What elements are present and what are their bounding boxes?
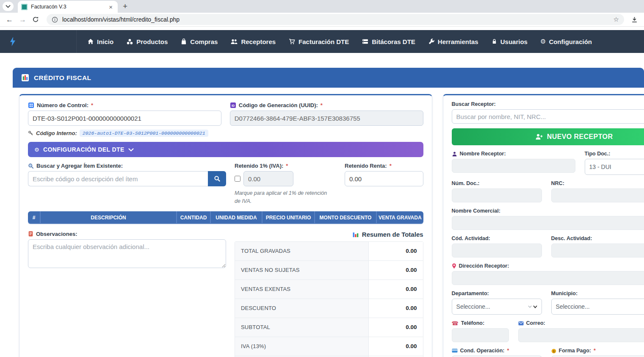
col-venta-gravada: VENTA GRAVADA xyxy=(377,211,423,224)
dte-card: Número de Control: * ID Código de Genera… xyxy=(19,94,432,357)
cond-operacion-field: Cond. Operación: * 1 - Contado xyxy=(452,348,542,357)
nuevo-receptor-button[interactable]: NUEVO RECEPTOR xyxy=(452,128,644,145)
nav-item-productos[interactable]: Productos xyxy=(126,38,168,45)
nav-item-compras[interactable]: Compras xyxy=(180,38,218,45)
gear-icon: ⚙ xyxy=(34,147,39,152)
nav-item-receptores[interactable]: Receptores xyxy=(230,38,276,45)
tab-search-button[interactable] xyxy=(3,2,14,11)
list-icon xyxy=(362,38,369,45)
config-dte-title: CONFIGURACIÓN DEL DTE xyxy=(43,146,124,153)
codigo-interno-value: 2026-auto1-DTE-03-S012P001-0000000000000… xyxy=(80,130,208,137)
direccion-field: Dirección Receptor: xyxy=(452,263,644,285)
retenido-renta-input[interactable] xyxy=(345,171,423,186)
browser-tab[interactable]: Facturacón V.3 × xyxy=(18,1,118,13)
chevron-down-icon xyxy=(533,305,537,308)
browser-tab-strip: Facturacón V.3 × + xyxy=(0,0,644,13)
nav-item-usuarios[interactable]: Usuarios xyxy=(491,38,528,45)
invoice-chart-icon xyxy=(21,74,29,82)
nav-item-herramientas[interactable]: Herramientas xyxy=(428,38,478,45)
address-bar[interactable]: localhost/domn/vistas/html/credito_fisca… xyxy=(47,14,624,25)
total-row: TOTAL GRAVADAS0.00 xyxy=(235,242,423,261)
reload-icon[interactable] xyxy=(32,16,39,23)
nombre-comercial-input[interactable] xyxy=(452,216,644,230)
buscar-receptor-input[interactable] xyxy=(452,109,644,124)
observaciones-textarea[interactable] xyxy=(28,239,226,268)
cart-icon xyxy=(288,38,296,45)
num-doc-input[interactable] xyxy=(452,188,542,202)
money-icon: $ xyxy=(551,348,556,354)
retenido-iva-label: Retenido 1% (IVA): xyxy=(235,163,283,169)
shopping-bag-icon xyxy=(180,38,187,45)
svg-text:ID: ID xyxy=(232,104,235,107)
bar-chart-icon xyxy=(352,231,359,238)
codigo-interno: Código Interno: 2026-auto1-DTE-03-S012P0… xyxy=(28,130,423,137)
totales-panel: Resumen de Totales TOTAL GRAVADAS0.00 VE… xyxy=(235,231,423,357)
app-navbar: Inicio Productos Compras Receptores Fact… xyxy=(0,30,644,53)
notes-icon xyxy=(28,231,33,237)
departamento-select[interactable]: Seleccione... xyxy=(452,299,542,315)
cod-actividad-input[interactable] xyxy=(452,244,542,257)
retenido-iva-checkbox[interactable] xyxy=(235,176,240,182)
nombre-receptor-field: Nombre Receptor: xyxy=(452,151,575,175)
observaciones-field: Observaciones: xyxy=(28,231,226,357)
config-dte-toggle[interactable]: ⚙ CONFIGURACIÓN DEL DTE xyxy=(28,142,423,157)
back-icon[interactable]: ← xyxy=(6,16,13,23)
municipio-select[interactable]: Seleccione... xyxy=(551,299,644,315)
user-plus-icon xyxy=(535,133,543,140)
numero-control-field: Número de Control: * xyxy=(28,102,221,126)
nav-item-bitacoras-dte[interactable]: Bitácoras DTE xyxy=(362,38,415,45)
telefono-input[interactable] xyxy=(452,328,509,342)
nav-item-inicio[interactable]: Inicio xyxy=(87,38,113,45)
buscar-item-label: Buscar y Agregar Ítem Existente: xyxy=(36,163,123,169)
totales-title: Resumen de Totales xyxy=(362,231,423,238)
new-tab-button[interactable]: + xyxy=(123,2,127,11)
url-text[interactable]: localhost/domn/vistas/html/credito_fisca… xyxy=(62,16,609,23)
info-icon[interactable] xyxy=(52,17,58,23)
nav-item-facturacion-dte[interactable]: Facturación DTE xyxy=(288,38,349,45)
forma-pago-field: $ Forma Pago: * Billetes y monedas xyxy=(551,348,644,357)
tipo-doc-select[interactable]: 13 - DUI xyxy=(585,159,644,175)
download-icon[interactable] xyxy=(631,16,638,23)
col-unidad-medida: UNIDAD MEDIDA xyxy=(211,211,263,224)
nav-item-configuracion[interactable]: ⚙ Configuración xyxy=(540,38,592,45)
chevron-down-icon xyxy=(128,148,134,152)
credit-card-icon xyxy=(452,349,458,353)
codigo-interno-label: Código Interno: xyxy=(36,130,77,136)
uuid-input[interactable] xyxy=(230,111,423,126)
key-icon xyxy=(28,130,33,136)
num-doc-field: Núm. Doc.: xyxy=(452,180,542,202)
nombre-receptor-input[interactable] xyxy=(452,159,575,173)
tipo-doc-field: Tipo Doc.: 13 - DUI xyxy=(585,151,644,175)
buscar-item-input[interactable] xyxy=(28,171,208,186)
observaciones-label: Observaciones: xyxy=(36,231,77,237)
nrc-input[interactable] xyxy=(551,188,644,202)
col-descripcion: DESCRIPCIÓN xyxy=(41,211,177,224)
app-brand[interactable] xyxy=(0,30,77,53)
site-favicon xyxy=(21,4,28,10)
page-header: CRÉDITO FISCAL xyxy=(13,68,644,88)
buscar-receptor-label: Buscar Receptor: xyxy=(452,101,644,107)
search-icon xyxy=(214,175,221,182)
desc-actividad-input[interactable] xyxy=(551,244,644,257)
col-cantidad: CANTIDAD xyxy=(177,211,211,224)
chevron-down-icon xyxy=(6,5,11,8)
col-monto-descuento: MONTO DESCUENTO xyxy=(315,211,377,224)
main-menu: Inicio Productos Compras Receptores Fact… xyxy=(77,38,592,45)
numero-control-input[interactable] xyxy=(28,111,221,126)
retenido-iva-help: Marque para aplicar el 1% de retención d… xyxy=(235,189,332,205)
telefono-field: ☎ Teléfono: xyxy=(452,320,509,342)
home-icon xyxy=(87,38,94,45)
departamento-field: Departamento: Seleccione... xyxy=(452,291,542,315)
retenido-iva-input[interactable] xyxy=(243,171,293,186)
close-icon[interactable]: × xyxy=(107,3,114,11)
bookmark-star-icon[interactable]: ☆ xyxy=(614,16,619,23)
search-button[interactable] xyxy=(208,171,226,186)
correo-input[interactable] xyxy=(518,328,644,342)
direccion-input[interactable] xyxy=(452,271,644,285)
svg-text:$: $ xyxy=(553,349,555,353)
total-row: IVA (13%)0.00 xyxy=(235,337,423,356)
uuid-label: Código de Generación (UUID): xyxy=(239,102,318,108)
numero-control-label: Número de Control: xyxy=(37,102,88,108)
forward-icon[interactable]: → xyxy=(19,16,26,23)
gear-icon: ⚙ xyxy=(540,39,546,45)
